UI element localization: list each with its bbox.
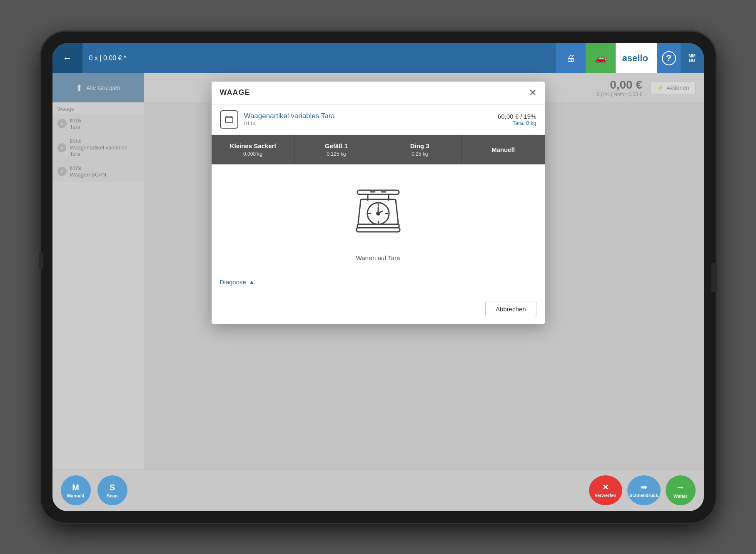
scale-illustration: [345, 181, 412, 248]
top-right-actions: 🖨 🚗 asello ? MM BU: [556, 43, 704, 73]
product-icon: [220, 110, 238, 129]
manuell-letter: M: [72, 483, 79, 492]
schnelldruck-icon: ➡: [641, 483, 647, 492]
user-badge: MM BU: [681, 43, 704, 73]
abbrechen-button[interactable]: Abbrechen: [485, 301, 536, 317]
tara-btn-name-0: Kleines Sackerl: [230, 142, 276, 149]
tara-btn-kleines-sackerl[interactable]: Kleines Sackerl 0,008 kg: [212, 135, 295, 164]
verwerfen-button[interactable]: ✕ Verwerfen: [589, 475, 622, 505]
bottom-right-buttons: ✕ Verwerfen ➡ Schnelldruck → Weiter: [589, 475, 696, 505]
svg-rect-0: [225, 118, 233, 123]
print-button[interactable]: 🖨: [556, 43, 586, 73]
tara-btn-ding3[interactable]: Ding 3 0,25 kg: [378, 135, 462, 164]
tara-btn-manuell[interactable]: Manuell: [462, 135, 544, 164]
user-initials-bot: BU: [689, 58, 695, 63]
diagnose-row: Diagnose ▲: [212, 270, 545, 294]
svg-point-13: [377, 212, 379, 215]
diagnose-link[interactable]: Diagnose ▲: [220, 278, 536, 286]
product-code: 0114: [244, 120, 498, 127]
scan-button[interactable]: S Scan: [97, 475, 127, 505]
verwerfen-icon: ✕: [602, 483, 609, 492]
schnelldruck-button[interactable]: ➡ Schnelldruck: [627, 475, 661, 505]
manuell-button[interactable]: M Manuell: [61, 475, 91, 505]
back-arrow-icon: ←: [63, 53, 72, 64]
svg-rect-15: [357, 228, 400, 232]
product-price: 60,00 € / 19% Tara: 0 kg: [498, 113, 536, 126]
main-content: ⬆ Alle Gruppen Waage ● 0115 Tara ●: [52, 73, 704, 470]
product-tara: Tara: 0 kg: [498, 120, 536, 126]
modal-close-button[interactable]: ✕: [529, 88, 536, 97]
tara-btn-name-3: Manuell: [492, 146, 515, 153]
modal-waage: WAAGE ✕ W: [212, 82, 545, 324]
modal-backdrop: WAAGE ✕ W: [52, 73, 704, 470]
weiter-icon: →: [676, 482, 685, 493]
car-icon: 🚗: [595, 53, 606, 64]
modal-header: WAAGE ✕: [212, 82, 545, 104]
diagnose-label: Diagnose: [220, 278, 246, 286]
diagnose-icon: ▲: [249, 278, 255, 286]
user-initials-top: MM: [689, 54, 696, 58]
tara-btn-weight-1: 0,125 kg: [327, 151, 346, 157]
side-button-left: [39, 253, 43, 269]
tara-btn-weight-0: 0,008 kg: [243, 151, 262, 157]
close-icon: ✕: [529, 87, 536, 98]
tara-btn-name-2: Ding 3: [410, 142, 429, 149]
side-button-right: [711, 263, 717, 292]
scale-container: Warten auf Tara: [212, 164, 545, 270]
tara-buttons: Kleines Sackerl 0,008 kg Gefäß 1 0,125 k…: [212, 135, 545, 164]
print-icon: 🖨: [566, 53, 575, 64]
asello-text: asello: [622, 53, 648, 64]
device-frame: ← 0 x | 0,00 € * 🖨 🚗 asello ? MM BU: [41, 32, 716, 523]
scan-letter: S: [110, 483, 115, 492]
tara-btn-name-1: Gefäß 1: [325, 142, 348, 149]
manuell-label: Manuell: [67, 493, 84, 498]
modal-footer: Abbrechen: [212, 294, 545, 324]
scale-status-text: Warten auf Tara: [356, 254, 400, 261]
tara-btn-gefaess1[interactable]: Gefäß 1 0,125 kg: [295, 135, 378, 164]
modal-title: WAAGE: [220, 88, 529, 97]
tara-btn-weight-2: 0,25 kg: [412, 151, 428, 157]
product-name: Waagenartikel variables Tara: [244, 112, 498, 120]
help-button[interactable]: ?: [657, 43, 681, 73]
svg-rect-1: [357, 190, 399, 194]
asello-logo: asello: [616, 43, 657, 73]
abbrechen-label: Abbrechen: [496, 306, 526, 313]
bottom-bar: M Manuell S Scan ✕ Verwerfen ➡ Schnelldr…: [52, 470, 704, 511]
cart-info: 0 x | 0,00 € *: [82, 55, 556, 62]
scan-label: Scan: [107, 493, 117, 498]
help-icon: ?: [662, 51, 676, 65]
schnelldruck-label: Schnelldruck: [629, 493, 658, 498]
car-button[interactable]: 🚗: [586, 43, 616, 73]
back-button[interactable]: ←: [52, 43, 82, 73]
device-screen: ← 0 x | 0,00 € * 🖨 🚗 asello ? MM BU: [52, 43, 704, 511]
product-price-main: 60,00 € / 19%: [498, 113, 536, 120]
weiter-label: Weiter: [674, 494, 687, 499]
top-bar: ← 0 x | 0,00 € * 🖨 🚗 asello ? MM BU: [52, 43, 704, 73]
modal-product-row: Waagenartikel variables Tara 0114 60,00 …: [212, 104, 545, 135]
verwerfen-label: Verwerfen: [594, 493, 616, 498]
weiter-button[interactable]: → Weiter: [666, 475, 696, 505]
product-details: Waagenartikel variables Tara 0114: [244, 112, 498, 127]
